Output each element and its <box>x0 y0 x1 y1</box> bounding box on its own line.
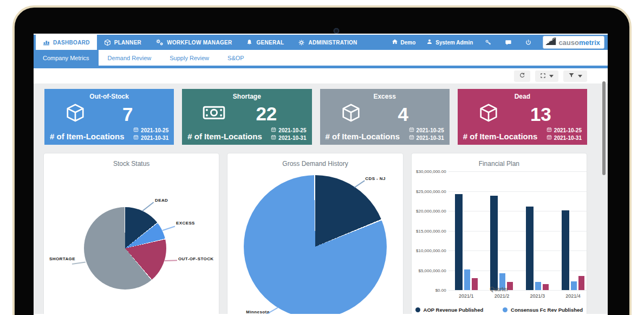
kpi-value: 22 <box>226 104 306 123</box>
chart-toolbar <box>34 68 608 83</box>
kpi-date-text: 2021-10-25 <box>417 127 444 133</box>
y-tick-label: $10,000,000.00 <box>416 248 446 253</box>
stock-status-pie[interactable] <box>84 207 166 290</box>
kpi-title: Excess <box>326 93 444 100</box>
kpi-date-text: 2021-10-25 <box>278 127 306 133</box>
gridline <box>448 191 587 192</box>
legend-item[interactable]: Consensus Fc Rev Published <box>503 307 583 313</box>
kpi-date-text: 2021-10-31 <box>141 135 168 141</box>
filter-icon <box>568 71 575 81</box>
calendar-icon <box>133 134 139 141</box>
y-tick-label: $25,000,000.00 <box>416 189 446 194</box>
subtab-company-metrics[interactable]: Company Metrics <box>34 50 99 66</box>
filter-button[interactable] <box>563 70 587 82</box>
kpi-date-text: 2021-10-31 <box>417 135 444 141</box>
screen: DASHBOARD PLANNER WORKFLOW MANAGER GENER… <box>34 34 608 315</box>
webcam-dot <box>334 28 339 34</box>
key-icon[interactable] <box>479 39 497 46</box>
kpi-label: # of Item-Locations <box>50 132 125 141</box>
bar-group <box>455 194 478 290</box>
logo-chart-icon <box>545 37 556 48</box>
kpi-card-out-of-stock[interactable]: Out-of-Stock 7 # of Item-Locations 2021-… <box>44 89 174 145</box>
kpi-value: 4 <box>362 105 444 124</box>
y-tick-label: $20,000,000.00 <box>416 209 446 214</box>
kpi-title: Dead <box>463 93 582 100</box>
subtab-bar: Company Metrics Demand Review Supply Rev… <box>34 50 608 66</box>
gridline <box>448 171 587 172</box>
power-icon[interactable] <box>519 39 537 46</box>
gear-icon <box>298 39 305 46</box>
refresh-icon <box>519 71 525 81</box>
nav-tab-administration[interactable]: ADMINISTRATION <box>291 35 364 50</box>
nav-tab-label: GENERAL <box>256 40 284 46</box>
kpi-dates: 2021-10-25 2021-10-31 <box>409 127 444 141</box>
vertical-scrollbar[interactable] <box>602 81 606 175</box>
legend-dot-icon <box>415 307 420 312</box>
user-menu-label: System Admin <box>435 40 473 46</box>
legend-dot-icon <box>503 307 508 312</box>
calendar-icon <box>133 127 139 133</box>
nav-tab-dashboard[interactable]: DASHBOARD <box>36 35 97 50</box>
top-navbar: DASHBOARD PLANNER WORKFLOW MANAGER GENER… <box>34 35 608 50</box>
pie-slice-label: CDS - NJ <box>365 176 385 181</box>
calendar-icon <box>547 134 552 141</box>
kpi-card-dead[interactable]: Dead 13 # of Item-Locations 2021-10-25 2… <box>458 89 587 145</box>
subtab-supply-review[interactable]: Supply Review <box>160 50 218 66</box>
kpi-label: # of Item-Locations <box>187 132 262 141</box>
home-link[interactable]: Demo <box>387 38 420 46</box>
refresh-button[interactable] <box>514 70 530 82</box>
navbar-right: Demo System Admin causometrix <box>387 35 608 50</box>
gears-icon <box>155 38 164 46</box>
user-menu[interactable]: System Admin <box>422 38 477 46</box>
pie-slice-label: OUT-OF-STOCK <box>178 256 214 261</box>
bell-icon <box>246 39 253 46</box>
pie-slice-label: EXCESS <box>176 221 195 226</box>
chart-legend: AOP Revenue PublishedConsensus Fc Rev Pu… <box>412 307 587 314</box>
kpi-dates: 2021-10-25 2021-10-31 <box>547 127 582 141</box>
subtab-demand-review[interactable]: Demand Review <box>99 50 161 66</box>
nav-tab-planner[interactable]: PLANNER <box>97 35 148 50</box>
chat-icon[interactable] <box>499 39 517 46</box>
home-link-label: Demo <box>401 40 416 46</box>
legend-item[interactable]: AOP Revenue Published <box>415 307 484 313</box>
kpi-card-shortage[interactable]: Shortage 22 # of Item-Locations 2021-10-… <box>182 89 311 145</box>
nav-tab-workflow-manager[interactable]: WORKFLOW MANAGER <box>148 35 239 50</box>
bar-aop-revenue-published[interactable] <box>455 194 463 290</box>
dashboard-content: Out-of-Stock 7 # of Item-Locations 2021-… <box>34 83 608 314</box>
chart-panel-row: Stock Status DEAD EXCESS OUT-OF-STOCK SH… <box>43 153 587 314</box>
nav-tab-label: WORKFLOW MANAGER <box>167 40 232 46</box>
leader-line <box>354 180 365 188</box>
chart-title: Financial Plan <box>412 160 587 168</box>
y-tick-label: $15,000,000.00 <box>416 228 446 233</box>
calendar-icon <box>271 134 276 141</box>
logo-text-secondary: metrix <box>579 38 600 47</box>
box-icon <box>340 102 362 125</box>
x-tick-label: 2021/4 <box>565 293 581 299</box>
panel-stock-status: Stock Status DEAD EXCESS OUT-OF-STOCK SH… <box>43 153 219 314</box>
gross-demand-pie[interactable] <box>244 175 387 314</box>
bar-aop-revenue-published[interactable] <box>490 196 498 290</box>
expand-button[interactable] <box>535 70 558 82</box>
kpi-label: # of Item-Locations <box>463 132 538 141</box>
leader-line <box>165 260 177 261</box>
x-axis-title: Quarter <box>412 286 587 292</box>
kpi-card-excess[interactable]: Excess 4 # of Item-Locations 2021-10-25 … <box>320 89 450 145</box>
expand-icon <box>540 71 546 81</box>
bar-aop-revenue-published[interactable] <box>562 210 569 290</box>
panel-gross-demand-history: Gross Demand History CDS - NJ Minnesota <box>227 153 403 314</box>
money-bill-icon <box>201 102 226 124</box>
subtab-sandop[interactable]: S&OP <box>218 50 253 66</box>
calendar-icon <box>409 127 414 133</box>
calendar-icon <box>409 134 414 141</box>
pie-slice-label: DEAD <box>155 198 168 203</box>
box-icon <box>64 102 87 125</box>
subtab-label: Company Metrics <box>43 55 89 61</box>
y-tick-label: $5,000,000.00 <box>418 268 446 273</box>
bar-aop-revenue-published[interactable] <box>526 207 534 290</box>
subtab-label: S&OP <box>227 55 244 61</box>
kpi-date-text: 2021-10-31 <box>278 135 306 141</box>
nav-tab-label: DASHBOARD <box>53 40 90 46</box>
legend-label: AOP Revenue Published <box>424 307 484 313</box>
nav-tab-general[interactable]: GENERAL <box>239 35 291 50</box>
causometrix-logo[interactable]: causometrix <box>543 36 604 49</box>
